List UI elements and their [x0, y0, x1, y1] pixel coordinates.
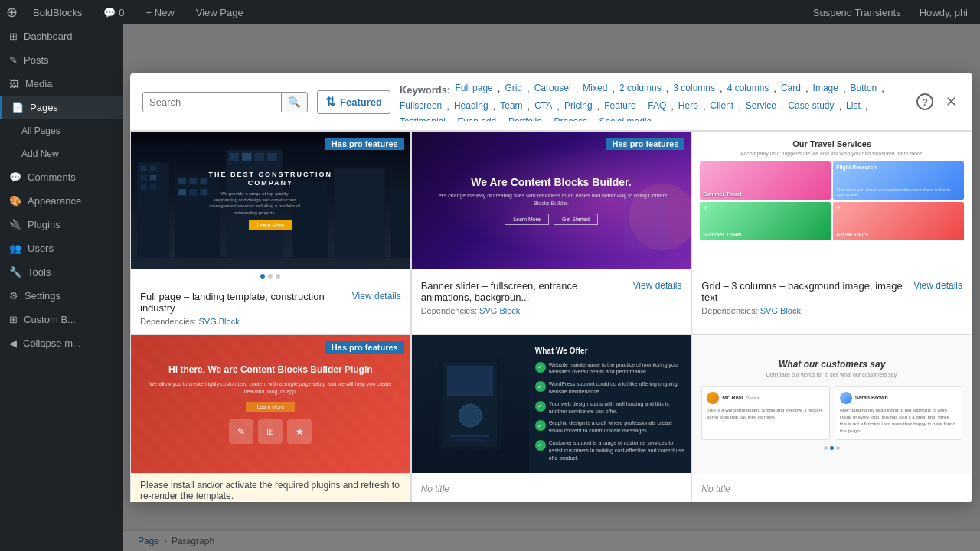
view-details-construction[interactable]: View details: [352, 291, 401, 302]
view-page[interactable]: View Page: [190, 7, 250, 18]
users-icon: 👥: [9, 243, 21, 254]
template-preview-testimonial[interactable]: What our customers say Don't take our wo…: [692, 335, 972, 473]
sidebar-item-settings[interactable]: ⚙ Settings: [0, 284, 122, 308]
sidebar-item-appearance[interactable]: 🎨 Appearance: [0, 189, 122, 213]
search-button[interactable]: 🔍: [281, 93, 307, 112]
filter-icon: ⇅: [325, 95, 335, 109]
new-item[interactable]: + New: [140, 7, 181, 18]
keyword-faq[interactable]: FAQ: [648, 100, 666, 111]
keyword-cta[interactable]: CTA: [534, 100, 552, 111]
filter-featured-button[interactable]: ⇅ Featured: [317, 90, 390, 114]
user-howdy[interactable]: Howdy, phi: [913, 7, 974, 18]
settings-icon: ⚙: [9, 290, 18, 302]
dependencies-travel: Dependencies: SVG Block: [701, 306, 962, 315]
view-details-travel[interactable]: View details: [913, 280, 962, 291]
close-button[interactable]: ✕: [942, 90, 960, 113]
keyword-carousel[interactable]: Carousel: [534, 83, 571, 93]
template-preview-list[interactable]: What We Offer ✓ Website maintenance is t…: [412, 335, 691, 473]
tools-icon: 🔧: [9, 266, 21, 278]
template-title-construction: Full page – landing template, constructi…: [140, 291, 346, 314]
template-card-testimonial: What our customers say Don't take our wo…: [691, 334, 972, 502]
keyword-button[interactable]: Button: [851, 83, 877, 93]
template-preview-travel[interactable]: Our Travel Services Accompany us it happ…: [692, 132, 972, 269]
help-icon: ?: [916, 93, 933, 110]
help-button[interactable]: ?: [913, 90, 936, 114]
sidebar-item-media[interactable]: 🖼 Media: [0, 72, 122, 96]
keyword-full-page[interactable]: Full page: [455, 83, 492, 93]
svg-block-link-construction[interactable]: SVG Block: [198, 317, 239, 326]
keyword-feature[interactable]: Feature: [604, 100, 635, 111]
suspend-transients[interactable]: Suspend Transients: [807, 7, 907, 18]
keyword-pricing[interactable]: Pricing: [564, 100, 593, 111]
svg-rect-31: [455, 439, 485, 442]
keyword-hero[interactable]: Hero: [678, 100, 698, 111]
sidebar-item-tools[interactable]: 🔧 Tools: [0, 260, 122, 284]
keyword-casestudy[interactable]: Case study: [788, 100, 834, 111]
keyword-3col[interactable]: 3 columns: [673, 83, 715, 93]
sidebar-item-posts[interactable]: ✎ Posts: [0, 48, 122, 72]
dependencies-banner: Dependencies: SVG Block: [421, 306, 682, 315]
sidebar-collapse[interactable]: ◀ Collapse m...: [0, 331, 122, 355]
keyword-client[interactable]: Client: [710, 100, 734, 111]
keyword-portfolio[interactable]: Portfolio: [508, 116, 542, 121]
template-preview-cbp[interactable]: Hi there, We are Content Blocks Builder …: [131, 335, 410, 473]
template-card-banner: We Are Content Blocks Builder. Let's cha…: [411, 131, 692, 334]
dashboard-icon: ⊞: [9, 31, 18, 42]
svg-block-link-travel[interactable]: SVG Block: [760, 306, 801, 315]
keyword-evenodd[interactable]: Even odd: [458, 116, 497, 121]
sidebar-item-custom-blocks[interactable]: ⊞ Custom B...: [0, 308, 122, 331]
sidebar-item-users[interactable]: 👥 Users: [0, 236, 122, 260]
keyword-4col[interactable]: 4 columns: [727, 83, 769, 93]
keywords-label: Keywords:: [400, 83, 450, 96]
plugins-icon: 🔌: [9, 219, 21, 230]
keyword-heading[interactable]: Heading: [454, 100, 488, 111]
admin-bar-right: Suspend Transients Howdy, phi: [807, 7, 974, 18]
pro-badge-banner: Has pro features: [606, 138, 685, 150]
svg-block-link-banner[interactable]: SVG Block: [479, 306, 520, 315]
dot-3: [276, 274, 280, 279]
admin-bar: ⊕ BoldBlocks 💬 0 + New View Page Suspend…: [0, 0, 980, 24]
keyword-list[interactable]: List: [846, 100, 861, 111]
keyword-process[interactable]: Process: [554, 116, 587, 121]
svg-point-29: [459, 404, 482, 427]
keyword-service[interactable]: Service: [746, 100, 776, 111]
template-info-list: No title: [412, 473, 691, 502]
collapse-icon: ◀: [9, 337, 17, 349]
view-details-banner[interactable]: View details: [633, 280, 682, 291]
keyword-team[interactable]: Team: [500, 100, 522, 111]
wp-logo[interactable]: ⊕: [6, 4, 18, 21]
sidebar-subitem-all-pages[interactable]: All Pages: [0, 119, 122, 142]
template-preview-banner[interactable]: We Are Content Blocks Builder. Let's cha…: [412, 132, 691, 269]
sidebar-item-comments[interactable]: 💬 Comments: [0, 165, 122, 189]
sidebar-item-dashboard[interactable]: ⊞ Dashboard: [0, 24, 122, 48]
template-title-list: No title: [421, 484, 682, 494]
svg-rect-28: [447, 366, 493, 396]
comments-count[interactable]: 💬 0: [97, 7, 130, 18]
sidebar-item-pages[interactable]: 📄 Pages: [0, 96, 122, 119]
keyword-grid[interactable]: Grid: [505, 83, 522, 93]
search-icon: 🔍: [288, 96, 301, 108]
keywords-section: Keywords: Full page, Grid, Carousel, Mix…: [400, 83, 904, 121]
sidebar-item-plugins[interactable]: 🔌 Plugins: [0, 213, 122, 236]
keyword-fullscreen[interactable]: Fullscreen: [400, 100, 442, 111]
modal-actions: ? ✕: [913, 90, 960, 114]
modal-header: 🔍 ⇅ Featured Keywords: Full page, Grid, …: [130, 73, 972, 131]
dot-1: [260, 274, 265, 279]
search-input[interactable]: [143, 93, 281, 112]
template-card-cbp: Hi there, We are Content Blocks Builder …: [130, 334, 411, 502]
template-preview-construction[interactable]: THE BEST CONSTRUCTIONCOMPANY We provide …: [131, 132, 410, 269]
dependencies-construction: Dependencies: SVG Block: [140, 317, 401, 326]
sidebar-subitem-add-new[interactable]: Add New: [0, 142, 122, 165]
keyword-socialmedia[interactable]: Social media: [599, 116, 652, 121]
keyword-image[interactable]: Image: [813, 83, 838, 93]
boldblocks-menu[interactable]: BoldBlocks: [27, 7, 88, 18]
custom-blocks-icon: ⊞: [9, 314, 18, 325]
keyword-2col[interactable]: 2 columns: [619, 83, 662, 93]
keyword-card[interactable]: Card: [781, 83, 801, 93]
template-card-travel: Our Travel Services Accompany us it happ…: [691, 131, 972, 334]
posts-icon: ✎: [9, 54, 18, 66]
keyword-mixed[interactable]: Mixed: [583, 83, 607, 93]
close-icon: ✕: [946, 94, 957, 109]
main-content: 🔍 ⇅ Featured Keywords: Full page, Grid, …: [122, 24, 980, 551]
keyword-testimonial[interactable]: Testimonial: [400, 116, 446, 121]
